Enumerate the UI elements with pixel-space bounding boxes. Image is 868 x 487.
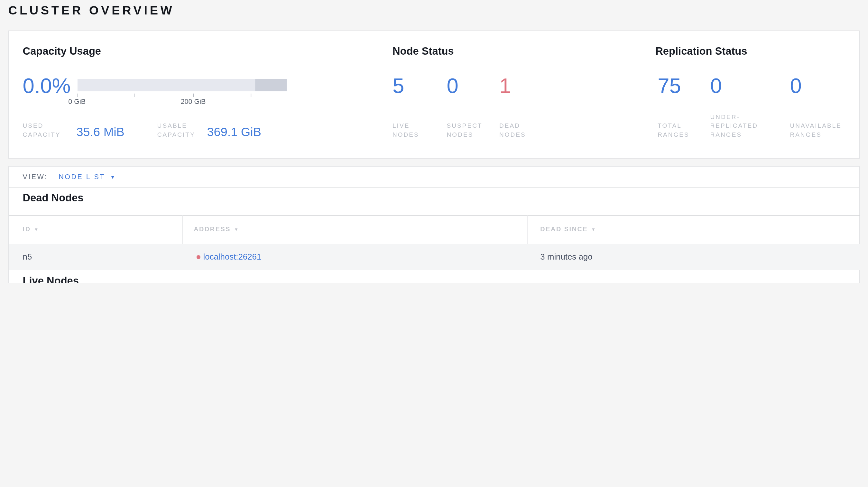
total-ranges-stat-label: TOTAL RANGES [658,121,692,139]
axis-tick [77,94,78,97]
node-status-title: Node Status [393,45,454,58]
live-nodes-section-title: Live Nodes [23,275,79,283]
suspect-nodes-stat: 0 [447,74,459,97]
dead-since-cell: 3 minutes ago [540,252,592,261]
total-ranges-stat: 75 [658,74,681,97]
axis-tick-label-start: 0 GiB [58,98,96,106]
chevron-down-icon: ▼ [110,174,116,180]
dead-node-address-link[interactable]: localhost:26261 [203,252,261,261]
dead-col-header-address[interactable]: ADDRESS▼ [194,226,239,233]
cluster-overview-page: CLUSTER OVERVIEW Capacity Usage 0.0% 0 G… [0,0,868,283]
view-selector-dropdown[interactable]: NODE LIST▼ [59,173,116,181]
dead-nodes-stat: 1 [499,74,511,97]
axis-tick [193,94,194,97]
nodes-panel: VIEW: NODE LIST▼ Dead Nodes ID▼ ADDRESS▼… [8,166,860,283]
summary-card: Capacity Usage 0.0% 0 GiB 200 GiB USED C… [8,31,860,159]
suspect-nodes-stat-label: SUSPECT NODES [447,121,490,139]
axis-tick [134,94,135,97]
under-replicated-ranges-stat-label: UNDER-REPLICATED RANGES [710,112,766,139]
view-bar: VIEW: NODE LIST▼ [9,167,859,188]
axis-tick [251,94,251,97]
usable-capacity-value: 369.1 GiB [207,125,261,140]
usable-capacity-label: USABLE CAPACITY [157,121,207,139]
dead-status-dot-icon [196,255,200,259]
capacity-bar [78,79,287,91]
sort-caret-icon: ▼ [34,227,39,232]
used-capacity-value: 35.6 MiB [76,125,124,140]
dead-col-header-id[interactable]: ID▼ [23,226,39,233]
capacity-percent: 0.0% [23,74,71,97]
view-label: VIEW: [23,173,48,181]
unavailable-ranges-stat: 0 [790,74,801,97]
dead-node-id: n5 [23,252,32,261]
page-title: CLUSTER OVERVIEW [8,3,175,18]
live-nodes-stat: 5 [393,74,404,97]
dead-node-row: n5 localhost:26261 3 minutes ago [9,244,860,270]
sort-caret-icon: ▼ [234,227,239,232]
used-capacity-label: USED CAPACITY [23,121,68,139]
capacity-usage-title: Capacity Usage [23,45,101,58]
replication-status-title: Replication Status [655,45,747,58]
sort-caret-icon: ▼ [591,227,596,232]
table-border [9,215,860,216]
unavailable-ranges-stat-label: UNAVAILABLE RANGES [790,121,850,139]
capacity-bar-reserved-segment [255,79,287,91]
live-nodes-stat-label: LIVE NODES [393,121,427,139]
dead-nodes-section-title: Dead Nodes [23,192,84,204]
dead-col-header-dead-since[interactable]: DEAD SINCE▼ [540,226,596,233]
dead-nodes-stat-label: DEAD NODES [499,121,534,139]
under-replicated-ranges-stat: 0 [710,74,722,97]
axis-tick-label-mid: 200 GiB [174,98,212,106]
